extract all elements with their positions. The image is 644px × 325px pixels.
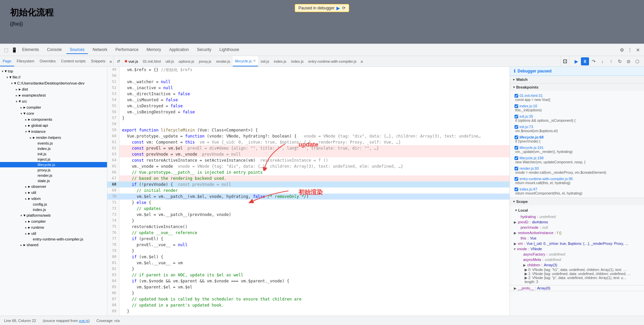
tab-performance[interactable]: Performance <box>112 46 142 54</box>
scope-restoreactive[interactable]: ▶ restoreActiveInstance : f () <box>510 230 644 235</box>
tab-elements[interactable]: Elements <box>19 46 42 54</box>
settings-icon[interactable]: ⚙ <box>619 47 625 53</box>
step-over-icon[interactable]: ⟳ <box>342 6 345 10</box>
tree-item-events[interactable]: events.js <box>0 141 107 146</box>
tree-item-examples[interactable]: ▸ examples/test <box>0 92 107 98</box>
resume-icon[interactable]: ▶ <box>336 5 340 11</box>
tab-memory[interactable]: Memory <box>143 46 164 54</box>
file-tab-vuejs[interactable]: vue.js <box>123 56 140 66</box>
tree-item-components[interactable]: ▸ components <box>0 116 107 122</box>
tree-item-shared[interactable]: ▸ shared <box>0 242 107 248</box>
file-tab-proxy[interactable]: proxy.js <box>197 56 213 66</box>
file-tab-init[interactable]: init.js <box>259 56 271 66</box>
tree-item-dist[interactable]: ▸ dist <box>0 86 107 92</box>
inspect-icon[interactable]: ⬚ <box>3 47 9 53</box>
scope-prevel[interactable]: ▶ prevEl : div#demo <box>510 219 644 225</box>
file-tab-util[interactable]: util.js <box>163 56 176 66</box>
bp-file-indexjs47[interactable]: index.js:47 <box>520 187 537 191</box>
tree-item-core[interactable]: ▾ core <box>0 110 107 116</box>
more-icon[interactable]: ⋮ <box>627 47 633 53</box>
deactivate-bp-btn[interactable]: ⊘ <box>625 57 633 65</box>
tree-item-platforms[interactable]: ▾ platforms/web <box>0 212 107 218</box>
scope-prevel-arrow[interactable]: ▶ <box>514 220 517 224</box>
bp-checkbox-initjs73[interactable] <box>515 125 518 129</box>
more-tabs-icon[interactable]: » <box>359 59 365 64</box>
bp-checkbox-indexjs47[interactable] <box>515 187 518 191</box>
close-tab-icon[interactable]: ✕ <box>253 59 256 63</box>
step-btn[interactable]: ↻ <box>616 57 624 65</box>
tab-application[interactable]: Application <box>166 46 192 54</box>
step-into-btn[interactable]: ↓ <box>598 57 606 65</box>
bp-file-renderjs93[interactable]: render.js:93 <box>520 166 539 170</box>
tab-network[interactable]: Network <box>89 46 111 54</box>
proto-arrow[interactable]: ▶ <box>514 286 517 290</box>
watch-header[interactable]: Watch <box>510 76 644 83</box>
pause-debug-btn[interactable]: ⏸ <box>581 57 589 65</box>
bp-checkbox-initjs35[interactable] <box>515 115 518 118</box>
subtab-page[interactable]: Page <box>0 56 14 66</box>
bp-checkbox-lc198[interactable] <box>515 156 518 160</box>
scope-children-arrow[interactable]: ▶ <box>523 263 526 267</box>
tree-item-indexjs3[interactable]: index.js <box>0 207 107 212</box>
tab-security[interactable]: Security <box>194 46 215 54</box>
subtab-overrides[interactable]: Overrides <box>37 56 58 66</box>
subtab-more[interactable]: » <box>108 59 113 64</box>
file-tab-init-html[interactable]: 01-init.html <box>141 56 163 66</box>
tree-item-compiler2[interactable]: ▸ compiler <box>0 218 107 224</box>
scope-vm-arrow[interactable]: ▶ <box>514 242 517 246</box>
dont-pause-exception-btn[interactable]: ⬡ <box>633 57 641 65</box>
tree-item-indexjs2[interactable]: index.js <box>0 146 107 151</box>
scope-vnode[interactable]: ▾ vnode : VNode <box>510 246 644 252</box>
bp-checkbox-lc191[interactable] <box>515 146 518 150</box>
tree-item-lifecycle[interactable]: lifecycle.js <box>0 162 107 167</box>
tree-item-renderjs[interactable]: render.js <box>0 173 107 178</box>
subtab-filesystem[interactable]: Filesystem <box>14 56 37 66</box>
device-icon[interactable]: 📱 <box>11 47 17 53</box>
tab-lighthouse[interactable]: Lighthouse <box>216 46 243 54</box>
tree-item-statejs[interactable]: state.js <box>0 178 107 183</box>
bp-file-initjs73[interactable]: init.js:73 <box>520 125 533 129</box>
scope-vnode-arrow[interactable]: ▾ <box>514 247 516 251</box>
tree-item-render-helpers[interactable]: ▸ render-helpers <box>0 134 107 141</box>
breakpoints-header[interactable]: Breakpoints <box>510 84 644 91</box>
bp-checkbox-01init[interactable] <box>515 94 518 98</box>
tree-item-util[interactable]: ▸ util <box>0 189 107 196</box>
file-tab-render[interactable]: render.js <box>214 56 232 66</box>
scope-header[interactable]: Scope <box>510 198 644 205</box>
tree-item-runtime[interactable]: ▸ runtime <box>0 224 107 230</box>
bp-file-lc191[interactable]: lifecycle.js:191 <box>520 146 544 150</box>
tree-item-global-api[interactable]: ▸ global-api <box>0 122 107 128</box>
file-tab-index1[interactable]: index.js <box>272 56 288 66</box>
scope-children-arr[interactable]: ▶ children : Array(3) <box>519 262 644 268</box>
resume-debug-btn[interactable]: ▶ <box>572 57 580 65</box>
local-scope-header[interactable]: Local <box>510 207 644 214</box>
close-devtools-icon[interactable]: ✕ <box>635 47 641 53</box>
bp-file-01init[interactable]: 01-init.html:31 <box>520 94 543 98</box>
file-tab-entry[interactable]: entry-runtime-with-compiler.js <box>306 56 359 66</box>
tree-item-util2[interactable]: ▸ util <box>0 230 107 236</box>
bp-file-lc68[interactable]: lifecycle.js:68 <box>520 135 544 139</box>
scope-vm[interactable]: ▶ vm : Vue {_uid: 0, _isVue: true, $opti… <box>510 241 644 246</box>
tree-item-src[interactable]: ▾ src <box>0 98 107 104</box>
tree-item-entry-runtime[interactable]: entry-runtime-with-compiler.js <box>0 236 107 242</box>
tree-item-file[interactable]: ▾ file:// <box>0 74 107 80</box>
bp-checkbox-indexjs16[interactable] <box>515 104 518 108</box>
bp-file-lc198[interactable]: lifecycle.js:198 <box>520 156 544 160</box>
tree-item-configjs[interactable]: config.js <box>0 202 107 207</box>
tree-item-instance[interactable]: ▾ instance <box>0 128 107 134</box>
tab-console[interactable]: Console <box>44 46 65 54</box>
file-tab-toggle[interactable]: ⇄ <box>115 56 122 66</box>
bp-file-entry95[interactable]: entry-runtime-with-compiler.js:95 <box>520 177 573 181</box>
scope-restore-arrow[interactable]: ▶ <box>514 231 517 235</box>
file-tab-options[interactable]: options.js <box>177 56 196 66</box>
subtab-content-scripts[interactable]: Content scripts <box>58 56 88 66</box>
tree-item-proxyjs[interactable]: proxy.js <box>0 167 107 173</box>
file-tab-lifecycle[interactable]: lifecycle.js ✕ <box>233 56 258 66</box>
tree-item-top[interactable]: ▾ top <box>0 68 107 74</box>
step-out-btn[interactable]: ↑ <box>607 57 615 65</box>
tree-item-injectjs[interactable]: inject.js <box>0 157 107 162</box>
bp-checkbox-lc68[interactable] <box>515 136 518 139</box>
bp-file-indexjs16[interactable]: index.js:16 <box>520 104 537 108</box>
source-link[interactable]: vue.js <box>79 319 89 323</box>
tree-item-cpath[interactable]: ▾ C:/Users/danke/Desktop/demo/vue-dev <box>0 80 107 86</box>
